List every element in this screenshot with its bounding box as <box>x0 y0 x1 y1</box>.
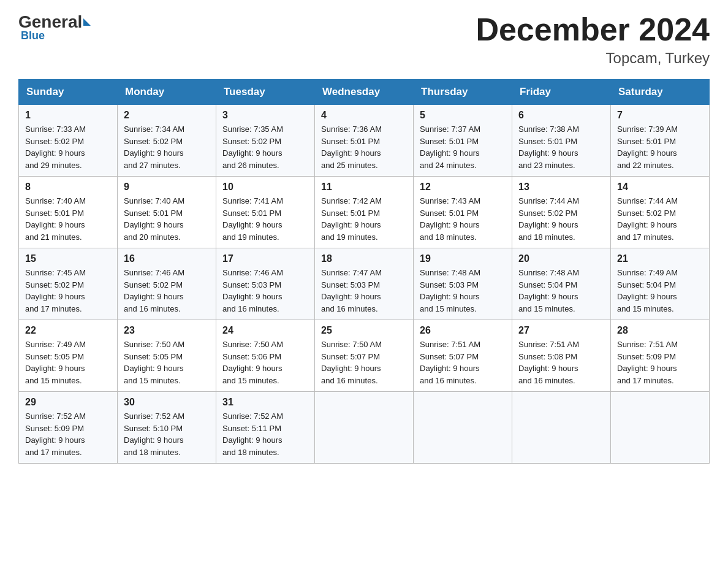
day-cell <box>414 392 512 464</box>
day-cell: 26 Sunrise: 7:51 AMSunset: 5:07 PMDaylig… <box>414 320 512 392</box>
day-info: Sunrise: 7:50 AMSunset: 5:06 PMDaylight:… <box>222 339 308 386</box>
day-cell: 17 Sunrise: 7:46 AMSunset: 5:03 PMDaylig… <box>216 248 315 320</box>
day-number: 17 <box>222 253 308 264</box>
week-row-3: 15 Sunrise: 7:45 AMSunset: 5:02 PMDaylig… <box>19 248 710 320</box>
day-number: 11 <box>321 182 407 193</box>
day-info: Sunrise: 7:50 AMSunset: 5:07 PMDaylight:… <box>321 339 407 386</box>
day-info: Sunrise: 7:45 AMSunset: 5:02 PMDaylight:… <box>25 267 111 315</box>
title-area: December 2024 Topcam, Turkey <box>476 12 710 67</box>
logo-triangle-icon <box>83 18 91 26</box>
day-number: 27 <box>518 325 604 336</box>
day-number: 20 <box>518 253 604 264</box>
day-number: 5 <box>420 110 506 121</box>
day-number: 18 <box>321 253 407 264</box>
day-info: Sunrise: 7:44 AMSunset: 5:02 PMDaylight:… <box>518 195 604 243</box>
day-info: Sunrise: 7:46 AMSunset: 5:02 PMDaylight:… <box>124 267 210 315</box>
day-number: 30 <box>124 397 210 408</box>
day-cell: 27 Sunrise: 7:51 AMSunset: 5:08 PMDaylig… <box>512 320 611 392</box>
day-number: 12 <box>420 182 506 193</box>
day-cell: 18 Sunrise: 7:47 AMSunset: 5:03 PMDaylig… <box>315 248 414 320</box>
day-cell: 1 Sunrise: 7:33 AMSunset: 5:02 PMDayligh… <box>19 105 118 177</box>
day-number: 4 <box>321 110 407 121</box>
page-header: General Blue December 2024 Topcam, Turke… <box>18 12 710 67</box>
day-number: 28 <box>617 325 703 336</box>
day-number: 7 <box>617 110 703 121</box>
calendar-body: 1 Sunrise: 7:33 AMSunset: 5:02 PMDayligh… <box>19 105 710 464</box>
day-info: Sunrise: 7:38 AMSunset: 5:01 PMDaylight:… <box>518 123 604 171</box>
day-cell: 22 Sunrise: 7:49 AMSunset: 5:05 PMDaylig… <box>19 320 118 392</box>
day-info: Sunrise: 7:50 AMSunset: 5:05 PMDaylight:… <box>124 339 210 386</box>
day-number: 29 <box>25 397 111 408</box>
day-info: Sunrise: 7:44 AMSunset: 5:02 PMDaylight:… <box>617 195 703 243</box>
calendar-header: Sunday Monday Tuesday Wednesday Thursday… <box>19 80 710 105</box>
logo-blue-text: Blue <box>21 29 45 42</box>
col-thursday: Thursday <box>414 80 512 105</box>
week-row-5: 29 Sunrise: 7:52 AMSunset: 5:09 PMDaylig… <box>19 392 710 464</box>
day-info: Sunrise: 7:37 AMSunset: 5:01 PMDaylight:… <box>420 123 506 171</box>
day-number: 10 <box>222 182 308 193</box>
day-cell: 21 Sunrise: 7:49 AMSunset: 5:04 PMDaylig… <box>611 248 710 320</box>
day-info: Sunrise: 7:35 AMSunset: 5:02 PMDaylight:… <box>222 123 308 171</box>
day-number: 9 <box>124 182 210 193</box>
day-cell: 15 Sunrise: 7:45 AMSunset: 5:02 PMDaylig… <box>19 248 118 320</box>
day-info: Sunrise: 7:48 AMSunset: 5:04 PMDaylight:… <box>518 267 604 315</box>
day-info: Sunrise: 7:33 AMSunset: 5:02 PMDaylight:… <box>25 123 111 171</box>
day-number: 21 <box>617 253 703 264</box>
logo-area: General Blue <box>18 12 91 42</box>
day-info: Sunrise: 7:40 AMSunset: 5:01 PMDaylight:… <box>25 195 111 243</box>
day-number: 31 <box>222 397 308 408</box>
day-cell: 12 Sunrise: 7:43 AMSunset: 5:01 PMDaylig… <box>414 177 512 248</box>
day-info: Sunrise: 7:52 AMSunset: 5:09 PMDaylight:… <box>25 410 111 458</box>
day-cell: 31 Sunrise: 7:52 AMSunset: 5:11 PMDaylig… <box>216 392 315 464</box>
header-row: Sunday Monday Tuesday Wednesday Thursday… <box>19 80 710 105</box>
day-number: 14 <box>617 182 703 193</box>
day-info: Sunrise: 7:51 AMSunset: 5:09 PMDaylight:… <box>617 339 703 386</box>
week-row-4: 22 Sunrise: 7:49 AMSunset: 5:05 PMDaylig… <box>19 320 710 392</box>
day-info: Sunrise: 7:34 AMSunset: 5:02 PMDaylight:… <box>124 123 210 171</box>
day-cell <box>315 392 414 464</box>
day-cell: 24 Sunrise: 7:50 AMSunset: 5:06 PMDaylig… <box>216 320 315 392</box>
week-row-2: 8 Sunrise: 7:40 AMSunset: 5:01 PMDayligh… <box>19 177 710 248</box>
col-tuesday: Tuesday <box>216 80 315 105</box>
day-number: 6 <box>518 110 604 121</box>
day-info: Sunrise: 7:43 AMSunset: 5:01 PMDaylight:… <box>420 195 506 243</box>
day-cell <box>512 392 611 464</box>
col-monday: Monday <box>118 80 216 105</box>
month-title: December 2024 <box>476 12 710 47</box>
day-cell: 20 Sunrise: 7:48 AMSunset: 5:04 PMDaylig… <box>512 248 611 320</box>
col-sunday: Sunday <box>19 80 118 105</box>
day-cell: 25 Sunrise: 7:50 AMSunset: 5:07 PMDaylig… <box>315 320 414 392</box>
day-number: 15 <box>25 253 111 264</box>
col-saturday: Saturday <box>611 80 710 105</box>
day-number: 23 <box>124 325 210 336</box>
day-cell: 19 Sunrise: 7:48 AMSunset: 5:03 PMDaylig… <box>414 248 512 320</box>
day-number: 2 <box>124 110 210 121</box>
day-cell: 11 Sunrise: 7:42 AMSunset: 5:01 PMDaylig… <box>315 177 414 248</box>
day-info: Sunrise: 7:36 AMSunset: 5:01 PMDaylight:… <box>321 123 407 171</box>
day-info: Sunrise: 7:52 AMSunset: 5:11 PMDaylight:… <box>222 410 308 458</box>
day-cell: 7 Sunrise: 7:39 AMSunset: 5:01 PMDayligh… <box>611 105 710 177</box>
col-friday: Friday <box>512 80 611 105</box>
day-info: Sunrise: 7:47 AMSunset: 5:03 PMDaylight:… <box>321 267 407 315</box>
day-cell: 13 Sunrise: 7:44 AMSunset: 5:02 PMDaylig… <box>512 177 611 248</box>
day-cell: 5 Sunrise: 7:37 AMSunset: 5:01 PMDayligh… <box>414 105 512 177</box>
location-title: Topcam, Turkey <box>476 50 710 67</box>
day-cell: 3 Sunrise: 7:35 AMSunset: 5:02 PMDayligh… <box>216 105 315 177</box>
day-info: Sunrise: 7:51 AMSunset: 5:07 PMDaylight:… <box>420 339 506 386</box>
day-cell: 4 Sunrise: 7:36 AMSunset: 5:01 PMDayligh… <box>315 105 414 177</box>
day-info: Sunrise: 7:48 AMSunset: 5:03 PMDaylight:… <box>420 267 506 315</box>
day-info: Sunrise: 7:46 AMSunset: 5:03 PMDaylight:… <box>222 267 308 315</box>
day-cell: 6 Sunrise: 7:38 AMSunset: 5:01 PMDayligh… <box>512 105 611 177</box>
day-cell: 28 Sunrise: 7:51 AMSunset: 5:09 PMDaylig… <box>611 320 710 392</box>
day-cell: 30 Sunrise: 7:52 AMSunset: 5:10 PMDaylig… <box>118 392 216 464</box>
day-info: Sunrise: 7:51 AMSunset: 5:08 PMDaylight:… <box>518 339 604 386</box>
day-number: 1 <box>25 110 111 121</box>
day-info: Sunrise: 7:42 AMSunset: 5:01 PMDaylight:… <box>321 195 407 243</box>
col-wednesday: Wednesday <box>315 80 414 105</box>
day-number: 8 <box>25 182 111 193</box>
week-row-1: 1 Sunrise: 7:33 AMSunset: 5:02 PMDayligh… <box>19 105 710 177</box>
day-cell: 16 Sunrise: 7:46 AMSunset: 5:02 PMDaylig… <box>118 248 216 320</box>
calendar-table: Sunday Monday Tuesday Wednesday Thursday… <box>18 79 710 464</box>
day-number: 25 <box>321 325 407 336</box>
day-info: Sunrise: 7:52 AMSunset: 5:10 PMDaylight:… <box>124 410 210 458</box>
